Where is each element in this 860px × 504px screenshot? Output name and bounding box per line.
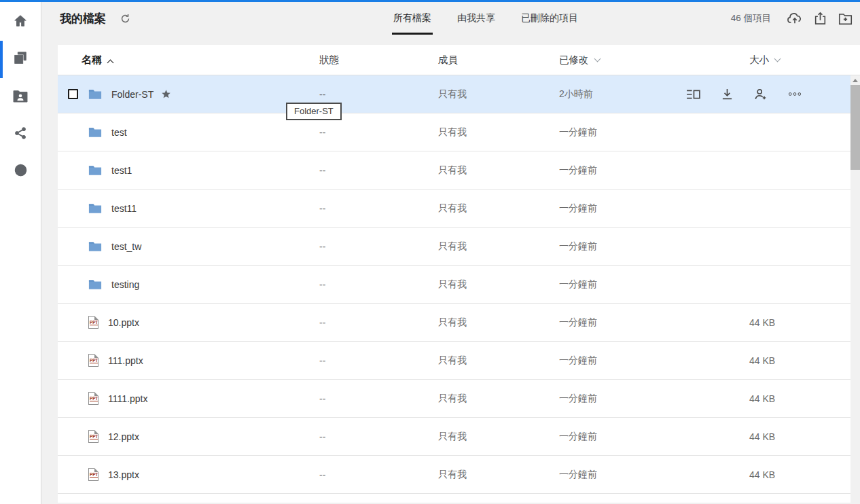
item-status: -- bbox=[309, 279, 428, 290]
ppt-file-icon: PPT bbox=[88, 468, 98, 481]
checkbox-cell bbox=[58, 241, 88, 251]
checkbox-cell bbox=[58, 89, 88, 99]
tab-all-files[interactable]: 所有檔案 bbox=[392, 10, 433, 35]
table-row[interactable]: PPT 111.pptx -- 只有我 一分鐘前 44 KB bbox=[58, 342, 850, 380]
checkbox-cell bbox=[58, 393, 88, 403]
item-member: 只有我 bbox=[428, 202, 547, 215]
item-size: 44 KB bbox=[737, 393, 850, 404]
table-row[interactable]: PPT 1111.pptx -- 只有我 一分鐘前 44 KB bbox=[58, 380, 850, 418]
folder-icon bbox=[88, 164, 102, 176]
name-cell: PPT 13.pptx bbox=[88, 468, 309, 481]
row-actions bbox=[686, 75, 801, 113]
item-status: -- bbox=[309, 355, 428, 366]
item-count: 46 個項目 bbox=[731, 12, 771, 24]
item-size: 44 KB bbox=[737, 355, 850, 366]
name-cell: PPT 1111.pptx bbox=[88, 392, 309, 405]
sort-down-icon bbox=[774, 55, 781, 62]
name-cell: PPT test_tw bbox=[88, 240, 309, 252]
scrollbar-thumb[interactable] bbox=[850, 85, 860, 170]
item-name[interactable]: 10.pptx bbox=[108, 317, 139, 328]
ppt-file-icon: PPT bbox=[88, 354, 98, 367]
table-row[interactable]: PPT 13.pptx -- 只有我 一分鐘前 44 KB bbox=[58, 456, 850, 494]
item-name[interactable]: 1111.pptx bbox=[108, 393, 147, 404]
item-name[interactable]: 111.pptx bbox=[108, 355, 143, 366]
checkbox-cell bbox=[58, 469, 88, 480]
item-name[interactable]: Folder-ST bbox=[111, 89, 154, 100]
folder-user-icon bbox=[13, 89, 28, 105]
name-cell: PPT test bbox=[88, 126, 309, 138]
table-row[interactable]: PPT Folder-ST -- 只有我 2小時前 bbox=[58, 75, 850, 113]
add-user-icon[interactable] bbox=[754, 88, 768, 101]
sidebar-item-my-files[interactable] bbox=[0, 41, 41, 78]
star-icon[interactable] bbox=[161, 89, 171, 99]
item-name[interactable]: test_tw bbox=[111, 241, 141, 252]
column-header-size[interactable]: 大小 bbox=[737, 54, 860, 67]
refresh-icon[interactable] bbox=[120, 14, 130, 26]
item-modified: 一分鐘前 bbox=[547, 317, 737, 329]
file-table: 名稱 狀態 成員 已修改 大小 PPT Folder-ST -- 只有我 2小時… bbox=[58, 45, 860, 503]
sidebar-item-shared[interactable] bbox=[0, 115, 41, 153]
export-upload-icon[interactable] bbox=[814, 12, 827, 25]
table-row[interactable]: PPT test_tw -- 只有我 一分鐘前 bbox=[58, 228, 850, 266]
item-member: 只有我 bbox=[428, 240, 547, 253]
name-cell: PPT 10.pptx bbox=[88, 316, 309, 329]
item-member: 只有我 bbox=[428, 355, 547, 367]
folder-icon bbox=[88, 278, 102, 290]
table-row[interactable]: PPT testing -- 只有我 一分鐘前 bbox=[58, 266, 850, 304]
table-row[interactable]: PPT 10.pptx -- 只有我 一分鐘前 44 KB bbox=[58, 304, 850, 342]
main-area: 我的檔案 所有檔案 由我共享 已刪除的項目 46 個項目 名稱 狀態 成員 已修… bbox=[41, 2, 860, 504]
home-icon bbox=[13, 14, 28, 31]
folder-icon bbox=[88, 240, 102, 252]
item-name[interactable]: testing bbox=[111, 279, 139, 290]
name-cell: PPT 12.pptx bbox=[88, 430, 309, 443]
sidebar-item-net-folders[interactable] bbox=[0, 78, 41, 115]
table-row[interactable]: PPT test11 -- 只有我 一分鐘前 bbox=[58, 190, 850, 228]
item-modified: 一分鐘前 bbox=[547, 431, 737, 443]
item-member: 只有我 bbox=[428, 317, 547, 329]
name-cell: PPT test1 bbox=[88, 164, 309, 176]
item-name[interactable]: 13.pptx bbox=[108, 469, 139, 480]
files-icon bbox=[13, 51, 28, 69]
tab-shared-by-me[interactable]: 由我共享 bbox=[456, 10, 497, 35]
table-row[interactable]: PPT test1 -- 只有我 一分鐘前 bbox=[58, 151, 850, 190]
ppt-file-icon: PPT bbox=[88, 316, 98, 329]
item-status: -- bbox=[309, 469, 428, 480]
folder-icon bbox=[88, 88, 102, 100]
item-member: 只有我 bbox=[428, 431, 547, 443]
row-checkbox[interactable] bbox=[68, 89, 78, 99]
item-member: 只有我 bbox=[428, 469, 547, 481]
tab-bar: 所有檔案 由我共享 已刪除的項目 bbox=[392, 10, 579, 35]
globe-icon bbox=[14, 163, 28, 180]
cloud-upload-icon[interactable] bbox=[787, 12, 802, 25]
tab-deleted-items[interactable]: 已刪除的項目 bbox=[520, 10, 579, 35]
details-icon[interactable] bbox=[686, 89, 700, 100]
folder-icon bbox=[88, 126, 102, 138]
item-size: 44 KB bbox=[737, 469, 850, 480]
scroll-up-arrow-icon[interactable] bbox=[850, 75, 860, 85]
table-row[interactable]: PPT 12.pptx -- 只有我 一分鐘前 44 KB bbox=[58, 418, 850, 456]
column-header-modified[interactable]: 已修改 bbox=[547, 54, 737, 67]
column-header-member[interactable]: 成員 bbox=[428, 54, 547, 67]
item-name[interactable]: test bbox=[111, 127, 127, 138]
sidebar-item-home[interactable] bbox=[0, 3, 41, 41]
item-status: -- bbox=[309, 393, 428, 404]
item-status: -- bbox=[309, 317, 428, 328]
item-name[interactable]: test1 bbox=[111, 165, 132, 176]
item-size: 44 KB bbox=[737, 317, 850, 328]
download-icon[interactable] bbox=[721, 88, 733, 100]
topbar-actions: 46 個項目 bbox=[731, 12, 853, 25]
item-modified: 一分鐘前 bbox=[547, 469, 737, 481]
item-name[interactable]: test11 bbox=[111, 203, 137, 214]
sidebar-item-public[interactable] bbox=[0, 153, 41, 190]
table-row[interactable]: PPT test -- 只有我 一分鐘前 bbox=[58, 113, 850, 151]
vertical-scrollbar[interactable] bbox=[850, 75, 860, 504]
item-name[interactable]: 12.pptx bbox=[108, 431, 139, 442]
column-header-status[interactable]: 狀態 bbox=[309, 54, 428, 67]
new-folder-icon[interactable] bbox=[838, 12, 853, 25]
item-member: 只有我 bbox=[428, 88, 547, 101]
column-header-name[interactable]: 名稱 bbox=[58, 54, 309, 67]
more-icon[interactable] bbox=[789, 92, 801, 96]
item-member: 只有我 bbox=[428, 393, 547, 405]
item-status: -- bbox=[309, 165, 428, 176]
item-status: -- bbox=[309, 127, 428, 138]
